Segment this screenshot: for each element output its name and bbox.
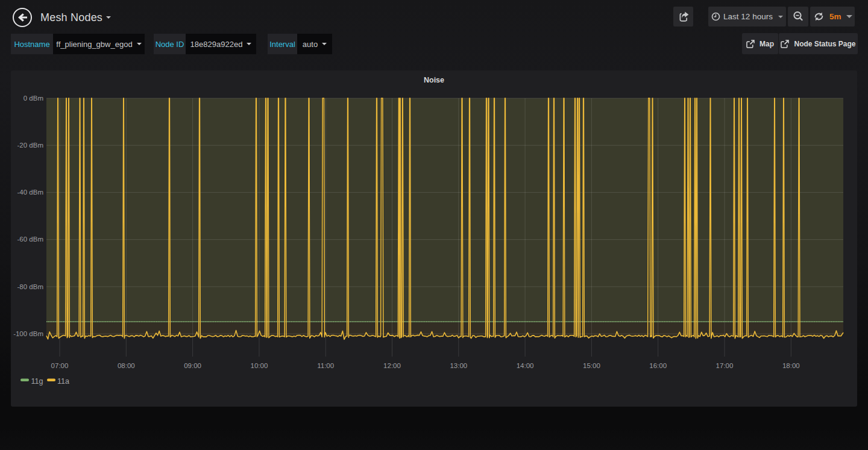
svg-text:07:00: 07:00 — [51, 362, 69, 369]
svg-text:15:00: 15:00 — [583, 362, 600, 369]
svg-text:11g: 11g — [31, 377, 43, 386]
svg-text:-60 dBm: -60 dBm — [17, 236, 43, 243]
svg-text:11a: 11a — [57, 377, 69, 386]
svg-text:14:00: 14:00 — [517, 362, 534, 369]
svg-text:16:00: 16:00 — [649, 362, 667, 369]
svg-text:08:00: 08:00 — [118, 362, 135, 369]
svg-text:17:00: 17:00 — [716, 362, 734, 369]
svg-text:13:00: 13:00 — [450, 362, 467, 369]
svg-text:09:00: 09:00 — [184, 362, 201, 369]
svg-text:10:00: 10:00 — [251, 362, 268, 369]
svg-text:-20 dBm: -20 dBm — [17, 142, 43, 149]
svg-text:-80 dBm: -80 dBm — [17, 283, 43, 290]
svg-text:0 dBm: 0 dBm — [24, 95, 43, 102]
svg-text:-100 dBm: -100 dBm — [13, 330, 43, 337]
svg-text:11:00: 11:00 — [317, 362, 334, 369]
svg-text:-40 dBm: -40 dBm — [17, 189, 43, 196]
svg-text:12:00: 12:00 — [383, 362, 401, 369]
svg-text:18:00: 18:00 — [782, 362, 800, 369]
